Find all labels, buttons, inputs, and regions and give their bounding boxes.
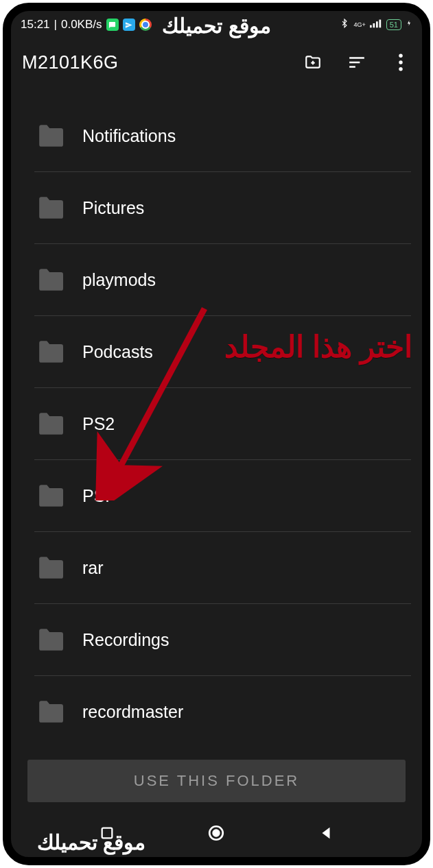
folder-label: rar [82,558,104,578]
app-bar: M2101K6G [11,38,422,86]
folder-item[interactable]: Recordings [34,604,411,676]
folder-list[interactable]: Notifications Pictures playmods Podcasts… [34,100,411,747]
folder-label: PSP [82,486,117,506]
folder-icon [37,341,63,363]
folder-icon [37,413,63,435]
folder-item[interactable]: Pictures [34,172,411,244]
folder-label: recordmaster [82,702,183,722]
bluetooth-icon [340,17,349,33]
status-net-speed: 0.0KB/s [61,18,102,32]
svg-rect-3 [379,20,381,28]
folder-label: Notifications [82,126,176,146]
folder-label: playmods [82,270,156,290]
app-title: M2101K6G [22,52,303,73]
watermark-top: موقع تحميلك [162,14,270,38]
chrome-icon [139,19,152,31]
new-folder-icon[interactable] [303,52,323,73]
folder-icon [37,269,63,291]
telegram-icon [123,19,135,31]
svg-point-12 [213,830,220,836]
svg-point-7 [399,54,402,58]
folder-icon [37,485,63,507]
folder-icon [37,125,63,147]
nav-home-icon[interactable] [205,822,227,844]
svg-rect-2 [376,21,378,27]
nav-back-icon[interactable] [315,822,337,844]
svg-point-8 [399,60,402,64]
status-time: 15:21 [21,18,50,32]
folder-label: Podcasts [82,342,153,362]
use-folder-button[interactable]: USE THIS FOLDER [27,760,406,802]
folder-item[interactable]: rar [34,532,411,604]
signal-icon [370,18,382,32]
svg-rect-0 [370,25,372,28]
folder-icon [37,197,63,219]
folder-icon [37,629,63,651]
watermark-bottom: موقع تحميلك [37,830,145,854]
charging-icon [406,18,412,32]
folder-item[interactable]: recordmaster [34,676,411,747]
more-icon[interactable] [390,52,411,73]
svg-rect-1 [373,23,375,27]
sort-icon[interactable] [347,52,367,73]
annotation-label: اختر هذا المجلد [224,329,412,364]
whatsapp-icon [106,19,119,31]
folder-item[interactable]: PS2 [34,388,411,460]
folder-item[interactable]: PSP [34,460,411,532]
folder-label: Pictures [82,198,144,218]
battery-indicator: 51 [386,19,401,30]
svg-point-9 [399,67,402,71]
folder-icon [37,557,63,579]
folder-icon [37,701,63,723]
network-type: 4G+ [353,22,365,28]
folder-item[interactable]: Notifications [34,100,411,172]
folder-item[interactable]: playmods [34,244,411,316]
folder-label: Recordings [82,630,169,650]
folder-label: PS2 [82,414,115,434]
